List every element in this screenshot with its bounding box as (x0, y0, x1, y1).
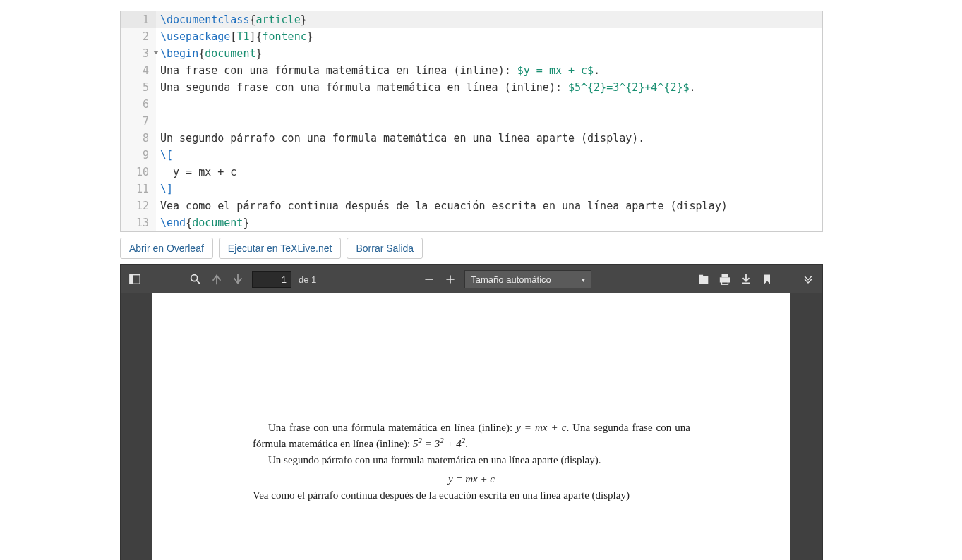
svg-rect-11 (722, 281, 728, 285)
pdf-page[interactable]: Una frase con una fórmula matemática en … (152, 293, 790, 560)
editor-line[interactable]: 12Vea como el párrafo continua después d… (121, 197, 822, 214)
line-number: 8 (121, 130, 156, 147)
editor-line[interactable]: 10 y = mx + c (121, 164, 822, 181)
code-content[interactable]: \[ (156, 147, 822, 164)
line-number: 12 (121, 197, 156, 214)
editor-line[interactable]: 1\documentclass{article} (121, 11, 822, 28)
print-icon[interactable] (718, 272, 732, 286)
svg-rect-1 (130, 275, 133, 284)
zoom-select[interactable]: Tamaño automático ▾ (464, 270, 591, 288)
code-content[interactable]: \end{document} (156, 214, 822, 231)
editor-line[interactable]: 5Una segunda frase con una fórmula matem… (121, 79, 822, 96)
pdf-document-text: Una frase con una fórmula matemática en … (253, 420, 690, 503)
clear-output-button[interactable]: Borrar Salida (347, 238, 423, 259)
line-number: 9 (121, 147, 156, 164)
page-number-input[interactable] (252, 271, 291, 288)
code-content[interactable]: \] (156, 181, 822, 197)
pdf-right-margin (790, 293, 822, 560)
editor-line[interactable]: 7 (121, 113, 822, 130)
editor-line[interactable]: 3\begin{document} (121, 45, 822, 62)
line-number: 7 (121, 113, 156, 130)
editor-line[interactable]: 9\[ (121, 147, 822, 164)
inline-math: y = mx + c (516, 422, 566, 433)
line-number: 11 (121, 181, 156, 197)
code-content[interactable]: Vea como el párrafo continua después de … (156, 197, 822, 214)
inline-math: 52 = 32 + 42 (413, 438, 465, 449)
editor-line[interactable]: 2\usepackage[T1]{fontenc} (121, 28, 822, 45)
line-number: 5 (121, 79, 156, 96)
code-content[interactable] (156, 96, 822, 113)
line-number: 13 (121, 214, 156, 231)
pdf-left-margin (121, 293, 152, 560)
code-content[interactable]: \begin{document} (156, 45, 822, 62)
line-number: 4 (121, 62, 156, 79)
page-total-label: de 1 (299, 274, 316, 285)
code-content[interactable]: Una frase con una fórmula matemática en … (156, 62, 822, 79)
next-page-icon[interactable] (231, 272, 245, 286)
zoom-out-icon[interactable] (422, 272, 436, 286)
svg-rect-7 (699, 276, 709, 284)
action-buttons: Abrir en Overleaf Ejecutar en TeXLive.ne… (120, 238, 823, 259)
download-icon[interactable] (739, 272, 753, 286)
editor-line[interactable]: 11\] (121, 181, 822, 197)
code-content[interactable]: Un segundo párrafo con una formula matem… (156, 130, 822, 147)
prev-page-icon[interactable] (210, 272, 224, 286)
pdf-toolbar: de 1 Tamaño automático ▾ (121, 265, 822, 293)
editor-line[interactable]: 8Un segundo párrafo con una formula mate… (121, 130, 822, 147)
code-content[interactable]: \usepackage[T1]{fontenc} (156, 28, 822, 45)
svg-rect-12 (742, 283, 750, 284)
editor-line[interactable]: 13\end{document} (121, 214, 822, 231)
line-number: 6 (121, 96, 156, 113)
code-editor[interactable]: 1\documentclass{article}2\usepackage[T1]… (120, 11, 823, 232)
pdf-viewer: de 1 Tamaño automático ▾ (120, 264, 823, 560)
code-content[interactable]: Una segunda frase con una fórmula matemá… (156, 79, 822, 96)
bookmark-icon[interactable] (760, 272, 774, 286)
editor-line[interactable]: 6 (121, 96, 822, 113)
chevron-down-icon: ▾ (582, 276, 585, 284)
fold-marker-icon[interactable] (153, 51, 159, 54)
open-overleaf-button[interactable]: Abrir en Overleaf (120, 238, 213, 259)
code-content[interactable]: y = mx + c (156, 164, 822, 181)
code-content[interactable] (156, 113, 822, 130)
line-number: 10 (121, 164, 156, 181)
svg-rect-8 (699, 275, 703, 277)
code-content[interactable]: \documentclass{article} (156, 11, 822, 28)
search-icon[interactable] (188, 272, 203, 286)
zoom-select-label: Tamaño automático (471, 274, 551, 285)
open-file-icon[interactable] (697, 272, 711, 286)
svg-point-2 (191, 275, 198, 281)
line-number: 1 (121, 11, 156, 28)
zoom-in-icon[interactable] (443, 272, 457, 286)
editor-line[interactable]: 4Una frase con una fórmula matemática en… (121, 62, 822, 79)
svg-line-3 (197, 281, 200, 284)
line-number: 2 (121, 28, 156, 45)
svg-rect-9 (722, 274, 728, 278)
line-number: 3 (121, 45, 156, 62)
display-math: y = mx + c (253, 472, 690, 487)
sidebar-toggle-icon[interactable] (128, 272, 142, 286)
run-texlive-button[interactable]: Ejecutar en TeXLive.net (219, 238, 342, 259)
more-tools-icon[interactable] (801, 272, 815, 286)
